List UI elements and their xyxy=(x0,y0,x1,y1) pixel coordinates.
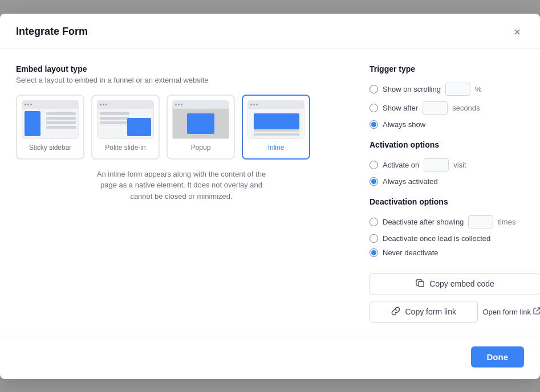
modal-footer: Done xyxy=(0,337,540,379)
copy-embed-code-label: Copy embed code xyxy=(429,279,494,288)
activation-options-section: Activation options Activate on visit Alw… xyxy=(370,140,540,186)
integrate-form-modal: Integrate Form × Embed layout type Selec… xyxy=(0,14,540,379)
copy-form-link-button[interactable]: Copy form link xyxy=(370,301,478,323)
trigger-always-label: Always show xyxy=(383,120,425,129)
deactivate-showing-unit: times xyxy=(498,218,515,226)
activate-on-unit: visit xyxy=(453,161,466,169)
popup-preview xyxy=(172,100,229,139)
deactivation-never: Never deactivate xyxy=(370,248,540,257)
deactivation-after-showing: Deactivate after showing times xyxy=(370,215,540,228)
modal-body: Embed layout type Select a layout to emb… xyxy=(0,48,540,337)
layout-card-polite-slide-in[interactable]: Polite slide-in xyxy=(91,95,160,160)
copy-embed-code-button[interactable]: Copy embed code xyxy=(370,273,540,295)
close-button[interactable]: × xyxy=(510,25,524,39)
polite-slide-in-label: Polite slide-in xyxy=(97,144,154,152)
deactivation-options-section: Deactivation options Deactivate after sh… xyxy=(370,197,540,257)
open-form-link-button[interactable]: Open form link xyxy=(482,307,540,316)
modal-header: Integrate Form × xyxy=(0,14,540,48)
right-panel: Trigger type Show on scrolling % Show af… xyxy=(370,64,540,323)
trigger-after-value[interactable] xyxy=(423,101,448,115)
trigger-after-radio[interactable] xyxy=(370,104,378,112)
inline-preview xyxy=(247,100,304,139)
trigger-type-section: Trigger type Show on scrolling % Show af… xyxy=(370,64,540,129)
activate-on-label: Activate on xyxy=(383,161,419,169)
deactivate-showing-radio[interactable] xyxy=(370,218,378,226)
popup-label: Popup xyxy=(172,144,229,152)
deactivate-showing-label: Deactivate after showing xyxy=(383,218,464,226)
open-form-link-label: Open form link xyxy=(482,308,531,316)
always-activated-label: Always activated xyxy=(383,177,438,186)
copy-form-link-row: Copy form link Open form link xyxy=(370,301,540,323)
action-buttons: Copy embed code Copy form link Ope xyxy=(370,273,540,323)
sticky-sidebar-preview xyxy=(22,100,79,139)
trigger-show-after: Show after seconds xyxy=(370,101,540,115)
inline-label: Inline xyxy=(247,144,304,152)
svg-rect-0 xyxy=(419,281,424,287)
copy-form-link-label: Copy form link xyxy=(405,307,456,316)
embed-layout-subtitle: Select a layout to embed in a funnel or … xyxy=(16,76,347,84)
sticky-sidebar-label: Sticky sidebar xyxy=(22,144,79,152)
polite-slide-in-preview xyxy=(97,100,154,139)
never-deactivate-label: Never deactivate xyxy=(383,248,439,257)
trigger-after-label: Show after xyxy=(383,104,418,112)
activate-on-value[interactable] xyxy=(424,158,449,172)
deactivate-showing-value[interactable] xyxy=(468,215,493,228)
trigger-scroll-radio[interactable] xyxy=(370,85,378,93)
trigger-scroll-value[interactable] xyxy=(445,83,470,96)
inline-description: An inline form appears along with the co… xyxy=(90,169,273,202)
always-activated-radio[interactable] xyxy=(370,177,378,186)
activation-always-activated: Always activated xyxy=(370,177,540,186)
deactivate-lead-radio[interactable] xyxy=(370,234,378,243)
layout-cards: Sticky sidebar xyxy=(16,95,347,160)
layout-card-inline[interactable]: Inline xyxy=(242,95,310,160)
external-link-icon xyxy=(533,307,540,316)
deactivation-options-title: Deactivation options xyxy=(370,197,540,206)
trigger-show-on-scrolling: Show on scrolling % xyxy=(370,83,540,96)
copy-link-icon xyxy=(391,307,400,317)
embed-layout-title: Embed layout type xyxy=(16,64,347,74)
modal-title: Integrate Form xyxy=(16,26,88,38)
trigger-always-show: Always show xyxy=(370,120,540,129)
never-deactivate-radio[interactable] xyxy=(370,248,378,257)
deactivation-once-lead: Deactivate once lead is collected xyxy=(370,234,540,243)
layout-card-sticky-sidebar[interactable]: Sticky sidebar xyxy=(16,95,84,160)
activation-activate-on: Activate on visit xyxy=(370,158,540,172)
deactivate-lead-label: Deactivate once lead is collected xyxy=(383,234,490,243)
trigger-scroll-unit: % xyxy=(475,85,482,93)
trigger-scroll-label: Show on scrolling xyxy=(383,85,441,93)
activate-on-radio[interactable] xyxy=(370,161,378,169)
layout-card-popup[interactable]: Popup xyxy=(167,95,235,160)
left-panel: Embed layout type Select a layout to emb… xyxy=(16,64,347,323)
trigger-always-radio[interactable] xyxy=(370,120,378,129)
trigger-after-unit: seconds xyxy=(452,104,480,112)
done-button[interactable]: Done xyxy=(471,346,525,368)
trigger-type-title: Trigger type xyxy=(370,64,540,74)
activation-options-title: Activation options xyxy=(370,140,540,149)
copy-embed-icon xyxy=(416,279,425,289)
